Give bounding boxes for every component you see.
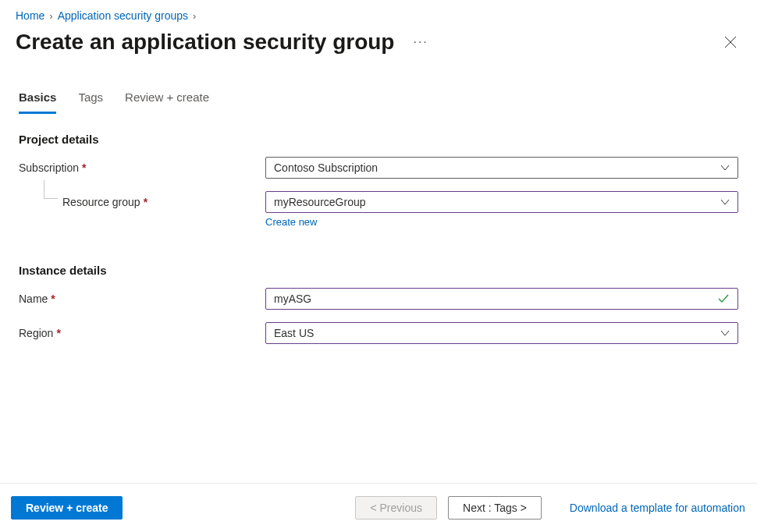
more-actions-button[interactable]: ···: [408, 34, 432, 51]
tabs: Basics Tags Review + create: [0, 70, 757, 114]
resource-group-select[interactable]: myResourceGroup: [265, 191, 738, 213]
subscription-value: Contoso Subscription: [274, 161, 378, 174]
chevron-down-icon: [720, 328, 730, 338]
subscription-select[interactable]: Contoso Subscription: [265, 157, 738, 179]
page-header: Create an application security group ···: [0, 27, 757, 70]
page-title: Create an application security group: [16, 30, 394, 55]
previous-button[interactable]: < Previous: [355, 496, 437, 520]
resource-group-label: Resource group: [62, 196, 140, 208]
footer: Review + create < Previous Next : Tags >…: [0, 483, 757, 532]
review-create-button[interactable]: Review + create: [11, 496, 123, 520]
tab-tags[interactable]: Tags: [78, 90, 103, 114]
breadcrumb-asg-link[interactable]: Application security groups: [58, 9, 188, 22]
resource-group-label-col: Resource group *: [19, 191, 265, 213]
resource-group-value: myResourceGroup: [274, 196, 366, 208]
chevron-down-icon: [720, 197, 730, 207]
required-indicator: *: [51, 293, 55, 305]
required-indicator: *: [82, 161, 86, 174]
chevron-right-icon: ›: [193, 10, 196, 22]
breadcrumb: Home › Application security groups ›: [0, 0, 757, 27]
tab-review-create[interactable]: Review + create: [125, 90, 209, 114]
tree-connector-icon: [44, 180, 58, 199]
tab-basics[interactable]: Basics: [19, 90, 56, 114]
breadcrumb-home-link[interactable]: Home: [16, 9, 44, 22]
name-value: myASG: [274, 293, 311, 305]
chevron-right-icon: ›: [49, 10, 52, 22]
close-button[interactable]: [720, 31, 741, 53]
required-indicator: *: [56, 327, 60, 339]
section-title-instance: Instance details: [19, 264, 738, 277]
close-icon: [724, 36, 737, 48]
section-title-project: Project details: [19, 133, 738, 146]
subscription-label: Subscription: [19, 161, 79, 174]
region-value: East US: [274, 327, 314, 339]
name-label-col: Name *: [19, 288, 265, 310]
name-row: Name * myASG: [19, 288, 738, 310]
region-label: Region: [19, 327, 53, 339]
required-indicator: *: [144, 196, 147, 208]
name-input[interactable]: myASG: [265, 288, 738, 310]
form-content: Project details Subscription * Contoso S…: [0, 114, 757, 344]
region-label-col: Region *: [19, 322, 265, 344]
create-new-link[interactable]: Create new: [265, 216, 317, 228]
resource-group-row: Resource group * myResourceGroup Create …: [19, 191, 738, 228]
name-label: Name: [19, 293, 48, 305]
subscription-row: Subscription * Contoso Subscription: [19, 157, 738, 179]
chevron-down-icon: [720, 163, 730, 172]
region-select[interactable]: East US: [265, 322, 738, 344]
check-icon: [717, 293, 730, 305]
region-row: Region * East US: [19, 322, 738, 344]
subscription-label-col: Subscription *: [19, 157, 265, 179]
download-template-link[interactable]: Download a template for automation: [570, 502, 745, 514]
next-button[interactable]: Next : Tags >: [448, 496, 542, 520]
